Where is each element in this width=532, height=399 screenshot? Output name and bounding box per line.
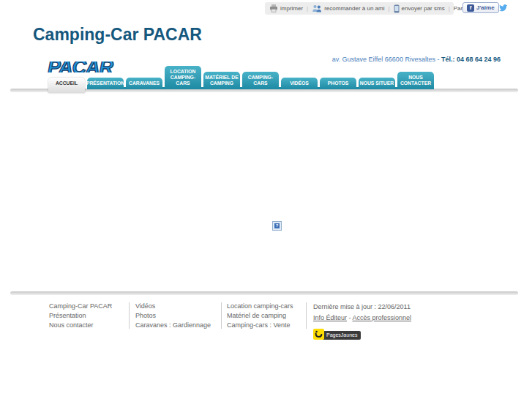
facebook-like-button[interactable]: f J'aime xyxy=(462,2,499,13)
editor-links: Info Éditeur - Accès professionnel xyxy=(313,313,411,324)
sms-button[interactable]: envoyer par sms xyxy=(394,4,445,13)
printer-icon xyxy=(269,4,278,12)
pagesjaunes-label: PagesJaunes xyxy=(320,331,361,340)
main-navigation: ACCUEIL PRÉSENTATION CARAVANES LOCATION … xyxy=(48,69,434,89)
footer-meta: Dernière mise à jour : 22/06/2011 Info É… xyxy=(313,302,411,324)
recommend-button[interactable]: recommander à un ami xyxy=(312,4,384,12)
footer-link-location-camping-cars[interactable]: Location camping-cars xyxy=(227,302,293,311)
footer-link-presentation[interactable]: Présentation xyxy=(49,311,112,321)
footer-divider xyxy=(306,302,307,329)
address-line: av. Gustave Eiffel 66600 Rivesaltes - Té… xyxy=(332,56,501,63)
address-separator: - xyxy=(437,56,439,63)
tab-photos[interactable]: PHOTOS xyxy=(320,78,356,89)
tab-caravanes[interactable]: CARAVANES xyxy=(126,78,162,89)
page-title: Camping-Car PACAR xyxy=(33,25,202,45)
broken-image-icon: ? xyxy=(272,221,282,231)
footer-link-caravanes-gardiennage[interactable]: Caravanes : Gardiennage xyxy=(135,321,211,330)
separator: | xyxy=(307,5,308,12)
info-editeur-link[interactable]: Info Éditeur xyxy=(313,314,347,321)
share-toolbar: imprimer | recommander à un ami | envoye… xyxy=(265,2,454,15)
tab-videos[interactable]: VIDÉOS xyxy=(281,78,318,89)
link-separator: - xyxy=(349,314,351,321)
footer-link-photos[interactable]: Photos xyxy=(135,311,211,321)
facebook-icon: f xyxy=(467,4,474,12)
address-text: av. Gustave Eiffel 66600 Rivesaltes xyxy=(332,56,435,63)
broken-image-glyph: ? xyxy=(274,223,280,228)
like-label: J'aime xyxy=(476,4,495,11)
print-button[interactable]: imprimer xyxy=(269,4,303,12)
tab-accueil[interactable]: ACCUEIL xyxy=(48,78,85,93)
footer-divider xyxy=(221,302,222,329)
page: imprimer | recommander à un ami | envoye… xyxy=(0,0,532,399)
tab-nous-situer[interactable]: NOUS SITUER xyxy=(359,78,395,89)
tab-nous-contacter[interactable]: NOUS CONTACTER xyxy=(397,72,434,89)
footer-link-nous-contacter[interactable]: Nous contacter xyxy=(49,321,112,330)
separator: | xyxy=(388,5,389,12)
footer-column-3: Location camping-cars Matériel de campin… xyxy=(227,302,293,330)
footer-link-camping-cars-vente[interactable]: Camping-cars : Vente xyxy=(227,321,293,330)
print-label: imprimer xyxy=(280,5,303,12)
pagesjaunes-smiley-icon xyxy=(313,329,324,340)
people-icon xyxy=(312,4,322,12)
tab-presentation[interactable]: PRÉSENTATION xyxy=(87,78,124,89)
sms-label: envoyer par sms xyxy=(402,5,445,12)
acces-professionnel-link[interactable]: Accès professionnel xyxy=(353,314,412,321)
twitter-icon[interactable] xyxy=(498,4,508,12)
mobile-phone-icon xyxy=(394,4,400,13)
content-bottom-edge xyxy=(10,291,518,295)
recommend-label: recommander à un ami xyxy=(324,5,384,12)
footer-link-materiel-de-camping[interactable]: Matériel de camping xyxy=(227,311,293,321)
footer-column-1: Camping-Car PACAR Présentation Nous cont… xyxy=(49,302,112,330)
last-update: Dernière mise à jour : 22/06/2011 xyxy=(313,302,411,313)
phone-number: Tél.: 04 68 64 24 96 xyxy=(441,56,501,63)
separator: | xyxy=(449,5,450,12)
footer-link-accueil[interactable]: Camping-Car PACAR xyxy=(49,302,112,311)
footer-link-videos[interactable]: Vidéos xyxy=(135,302,211,311)
tab-materiel-de-camping[interactable]: MATÉRIEL DE CAMPING xyxy=(203,72,240,89)
tab-location-camping-cars[interactable]: LOCATION CAMPING-CARS xyxy=(165,66,201,89)
tab-camping-cars[interactable]: CAMPING-CARS xyxy=(242,72,279,89)
footer-column-2: Vidéos Photos Caravanes : Gardiennage xyxy=(135,302,211,330)
footer-divider xyxy=(129,302,130,329)
